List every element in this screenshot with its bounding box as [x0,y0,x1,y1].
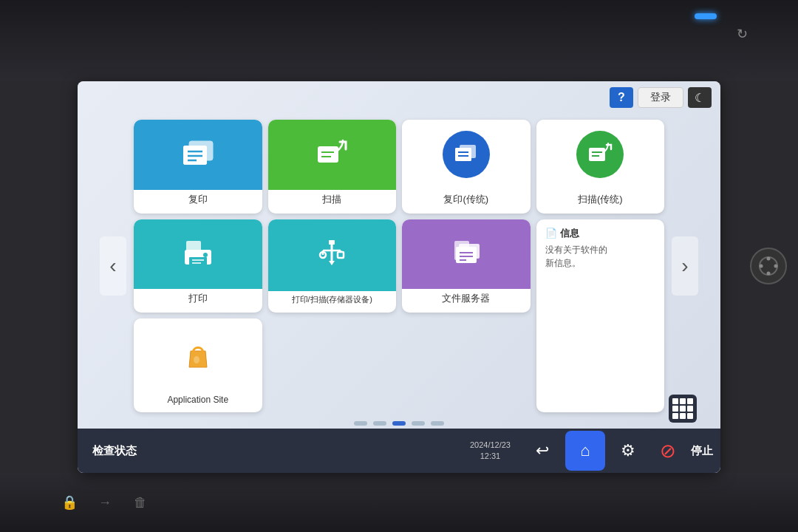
scan-classic-icon-area [536,120,665,190]
svg-rect-23 [329,240,335,245]
moon-icon: ☾ [695,91,705,105]
tile-print-scan-usb[interactable]: 打印/扫描(存储器设备) [268,219,397,313]
page-dot-3[interactable] [392,421,406,426]
page-dot-1[interactable] [354,421,367,426]
file-server-icon-area [402,219,531,290]
svg-rect-6 [318,146,338,163]
led-indicator [695,13,717,19]
device-top: ↻ [0,0,798,81]
page-dot-5[interactable] [431,421,444,426]
trash-icon: 🗑 [130,492,151,513]
nav-left-arrow[interactable]: ‹ [100,236,126,296]
scan-classic-label: 扫描(传统) [575,190,626,208]
scan-icon-area [268,120,397,190]
page-dot-2[interactable] [373,421,386,426]
home-button[interactable]: ⌂ [565,431,605,471]
info-title-text: 信息 [560,227,579,240]
nav-right-arrow[interactable]: › [672,236,698,296]
stop-label: 停止 [688,444,713,458]
grid-view-button[interactable] [669,395,697,423]
svg-rect-14 [589,148,605,161]
grid-dots-icon [672,398,693,419]
device-bottom: 🔒 → 🗑 [0,473,798,532]
svg-point-38 [767,257,771,261]
print-scan-usb-label: 打印/扫描(存储器设备) [289,291,375,307]
svg-point-36 [194,356,200,364]
svg-point-41 [760,265,763,268]
app-site-icon-area [134,318,262,392]
app-grid: 复印 [126,120,672,412]
help-button[interactable]: ? [610,87,633,108]
page-dot-4[interactable] [412,421,425,426]
tile-file-server[interactable]: 文件服务器 [402,219,531,313]
datetime-display: 2024/12/23 12:31 [458,440,522,463]
print-label: 打印 [185,289,211,307]
tile-copy[interactable]: 复印 [134,120,262,214]
date-text: 2024/12/23 [470,440,511,451]
app-site-label: Application Site [164,392,231,406]
arrow-icon: → [95,492,115,513]
screen: ? 登录 ☾ ‹ [78,81,720,473]
print-scan-usb-icon-area [268,219,397,292]
right-nav-dial[interactable] [750,248,787,284]
copy-icon [177,134,219,175]
login-button[interactable]: 登录 [638,87,683,108]
svg-rect-19 [189,257,207,266]
info-body: 没有关于软件的 新信息。 [545,243,656,270]
screen-wrapper: ? 登录 ☾ ‹ [78,81,720,473]
taskbar: 检查状态 2024/12/23 12:31 ↩ ⌂ ⚙ ⊘ 停止 [78,429,720,473]
print-icon [177,233,219,275]
copy-classic-icon-area [402,120,531,190]
usb-icon [311,234,352,276]
info-icon: 📄 [545,228,557,239]
pagination [78,418,720,429]
back-button[interactable]: ↩ [522,431,562,471]
file-server-icon [446,233,487,275]
main-content: ‹ [78,114,720,418]
settings-button[interactable]: ⚙ [608,431,648,471]
svg-point-40 [767,272,771,276]
tile-scan-classic[interactable]: 扫描(传统) [536,120,665,214]
file-server-label: 文件服务器 [439,289,493,307]
sleep-button[interactable]: ☾ [688,87,712,108]
print-icon-area [134,219,262,290]
info-title: 📄 信息 [545,227,656,240]
tile-scan[interactable]: 扫描 [268,120,397,214]
lock-icon: 🔒 [59,492,80,513]
tile-copy-classic[interactable]: 复印(传统) [402,120,531,214]
scan-classic-icon [576,131,624,178]
top-bar: ? 登录 ☾ [78,81,720,114]
tile-print[interactable]: 打印 [134,219,262,313]
status-text: 检查状态 [85,444,458,458]
power-button[interactable]: ↻ [730,22,754,46]
scan-icon [311,134,352,175]
time-text: 12:31 [470,451,511,462]
copy-classic-label: 复印(传统) [440,190,491,208]
copy-label: 复印 [185,190,211,208]
app-site-icon [177,335,219,376]
scan-label: 扫描 [319,190,344,208]
svg-rect-11 [455,148,471,161]
svg-rect-27 [338,252,344,258]
copy-classic-icon [443,131,490,178]
svg-rect-17 [186,241,201,251]
tile-app-site[interactable]: Application Site [134,318,262,412]
info-tile: 📄 信息 没有关于软件的 新信息。 [536,219,665,412]
stop-icon[interactable]: ⊘ [648,431,688,471]
copy-icon-area [134,120,262,190]
device-frame: ↻ ? 登录 ☾ ‹ [0,0,798,532]
svg-point-20 [203,253,208,257]
svg-point-39 [774,265,778,268]
